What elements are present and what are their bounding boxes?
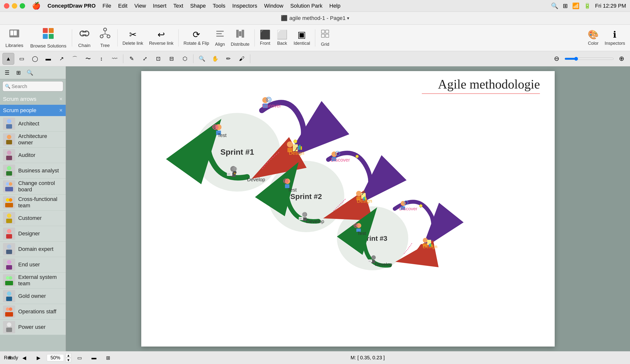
apple-menu[interactable]: 🍎 bbox=[32, 2, 40, 10]
crop-tool[interactable]: ⊟ bbox=[166, 53, 178, 65]
line-tool[interactable]: ↗ bbox=[56, 53, 68, 65]
scrum-people-close-icon[interactable]: ✕ bbox=[59, 108, 63, 113]
scrum-arrows-library[interactable]: Scrum arrows ✕ bbox=[0, 93, 66, 105]
maximize-button[interactable] bbox=[20, 3, 25, 8]
list-item[interactable]: Operations staff bbox=[0, 304, 66, 320]
single-page-view[interactable]: ▭ bbox=[74, 352, 86, 364]
two-page-view[interactable]: ▬ bbox=[88, 352, 100, 364]
cross-functional-team-label: Cross-functional team bbox=[18, 196, 63, 209]
list-item[interactable]: Domain expert bbox=[0, 242, 66, 257]
list-view-tab[interactable]: ☰ bbox=[2, 68, 12, 78]
wifi-icon[interactable]: 📶 bbox=[572, 2, 580, 9]
grid-page-view[interactable]: ⊞ bbox=[102, 352, 114, 364]
chain-icon bbox=[78, 27, 90, 42]
list-item[interactable]: Customer bbox=[0, 211, 66, 226]
svg-point-44 bbox=[7, 229, 11, 233]
svg-rect-22 bbox=[239, 31, 242, 36]
node-tool[interactable]: ⬡ bbox=[179, 53, 191, 65]
list-item[interactable]: Change control board bbox=[0, 179, 66, 195]
zoom-input[interactable] bbox=[47, 354, 64, 361]
title-dropdown-icon[interactable]: ▾ bbox=[347, 15, 349, 21]
menu-shape[interactable]: Shape bbox=[190, 3, 206, 9]
list-item[interactable]: End user bbox=[0, 257, 66, 273]
menu-solution-park[interactable]: Solution Park bbox=[290, 3, 322, 9]
menu-text[interactable]: Text bbox=[173, 3, 183, 9]
zoom-in-button[interactable]: ⊕ bbox=[616, 53, 628, 65]
menu-help[interactable]: Help bbox=[329, 3, 340, 9]
eyedropper-tool[interactable]: ✏ bbox=[222, 53, 234, 65]
text-tool[interactable]: ▬ bbox=[42, 53, 54, 65]
svg-point-133 bbox=[234, 168, 236, 170]
brush-tool[interactable]: 🖌 bbox=[236, 53, 248, 65]
align-button[interactable]: Align bbox=[212, 28, 228, 48]
menu-edit[interactable]: Edit bbox=[118, 3, 128, 9]
front-button[interactable]: ⬛ Front bbox=[257, 28, 273, 47]
color-button[interactable]: 🎨 Color bbox=[585, 28, 601, 47]
curve-tool[interactable]: 〜 bbox=[82, 53, 94, 65]
list-item[interactable]: Architecture owner bbox=[0, 132, 66, 148]
change-control-board-label: Change control board bbox=[18, 180, 63, 193]
document-title[interactable]: agile method-1 - Page1 bbox=[290, 15, 346, 21]
pen-tool[interactable]: ✎ bbox=[126, 53, 138, 65]
scrum-people-library[interactable]: Scrum people ✕ bbox=[0, 105, 66, 116]
list-item[interactable]: Business analyst bbox=[0, 163, 66, 179]
list-item[interactable]: Architect bbox=[0, 116, 66, 132]
rotate-flip-button[interactable]: ⟳ Rotate & Flip bbox=[181, 28, 212, 47]
freehand-tool[interactable]: 〰 bbox=[109, 53, 120, 65]
list-item[interactable]: Designer bbox=[0, 226, 66, 242]
list-item[interactable]: Power user bbox=[0, 320, 66, 335]
rect-tool[interactable]: ▭ bbox=[16, 53, 28, 65]
distribute-button[interactable]: Distribute bbox=[228, 28, 252, 48]
transform-tool[interactable]: ⊡ bbox=[152, 53, 164, 65]
menu-inspectors[interactable]: Inspectors bbox=[232, 3, 258, 9]
zoom-up-arrow[interactable]: ▲ bbox=[66, 353, 71, 358]
prev-page-button[interactable]: ◀ bbox=[18, 352, 30, 364]
select-tool[interactable]: ▲ bbox=[2, 53, 14, 65]
identical-label: Identical bbox=[294, 41, 310, 46]
search-tab[interactable]: 🔍 bbox=[24, 68, 35, 78]
minimize-button[interactable] bbox=[12, 3, 17, 8]
zoom-out-button[interactable]: ⊖ bbox=[551, 53, 562, 65]
hand-tool[interactable]: ✋ bbox=[209, 53, 221, 65]
next-page-button[interactable]: ▶ bbox=[32, 352, 44, 364]
list-item[interactable]: Auditor bbox=[0, 148, 66, 163]
spotlight-icon[interactable]: 🔍 bbox=[551, 2, 558, 9]
canvas[interactable]: Agile methodologie Sprint #1 Sprint #2 S… bbox=[141, 71, 555, 347]
grid-button[interactable]: Grid bbox=[318, 28, 332, 48]
search-input[interactable] bbox=[2, 81, 63, 91]
svg-rect-154 bbox=[430, 243, 431, 247]
svg-text:Test: Test bbox=[218, 133, 227, 138]
arc-tool[interactable]: ⌒ bbox=[69, 53, 81, 65]
chain-button[interactable]: Chain bbox=[74, 26, 94, 49]
delete-link-button[interactable]: ✂ Delete link bbox=[120, 28, 146, 47]
list-item[interactable]: Gold owner bbox=[0, 289, 66, 304]
reverse-link-button[interactable]: ↩ Reverse link bbox=[147, 28, 176, 47]
menu-insert[interactable]: Insert bbox=[153, 3, 166, 9]
libraries-button[interactable]: Libraries bbox=[2, 26, 26, 49]
svg-point-112 bbox=[356, 191, 362, 196]
resize-tool[interactable]: ⤢ bbox=[139, 53, 151, 65]
svg-rect-21 bbox=[236, 30, 239, 38]
canvas-area[interactable]: Agile methodologie Sprint #1 Sprint #2 S… bbox=[66, 66, 630, 351]
control-center-icon[interactable]: ⊞ bbox=[563, 2, 568, 9]
auditor-thumb bbox=[3, 149, 15, 161]
menu-tools[interactable]: Tools bbox=[212, 3, 225, 9]
identical-button[interactable]: ▣ Identical bbox=[291, 28, 312, 47]
list-item[interactable]: Cross-functional team bbox=[0, 195, 66, 211]
menu-view[interactable]: View bbox=[134, 3, 146, 9]
scrum-arrows-close-icon[interactable]: ✕ bbox=[59, 96, 63, 102]
menu-window[interactable]: Window bbox=[264, 3, 283, 9]
zoom-down-arrow[interactable]: ▼ bbox=[66, 358, 71, 362]
back-button[interactable]: ⬜ Back bbox=[274, 28, 290, 47]
connector-v-tool[interactable]: ↕ bbox=[96, 53, 107, 65]
list-item[interactable]: External system team bbox=[0, 273, 66, 289]
tree-button[interactable]: Tree bbox=[95, 26, 115, 49]
oval-tool[interactable]: ◯ bbox=[29, 53, 41, 65]
zoom-slider[interactable] bbox=[564, 57, 614, 61]
zoom-tool[interactable]: 🔍 bbox=[196, 53, 208, 65]
browse-solutions-button[interactable]: Browse Solutions bbox=[27, 26, 70, 50]
inspectors-button[interactable]: ℹ Inspectors bbox=[602, 28, 628, 47]
grid-view-tab[interactable]: ⊞ bbox=[13, 68, 24, 78]
menu-file[interactable]: File bbox=[102, 3, 111, 9]
close-button[interactable] bbox=[4, 3, 9, 8]
